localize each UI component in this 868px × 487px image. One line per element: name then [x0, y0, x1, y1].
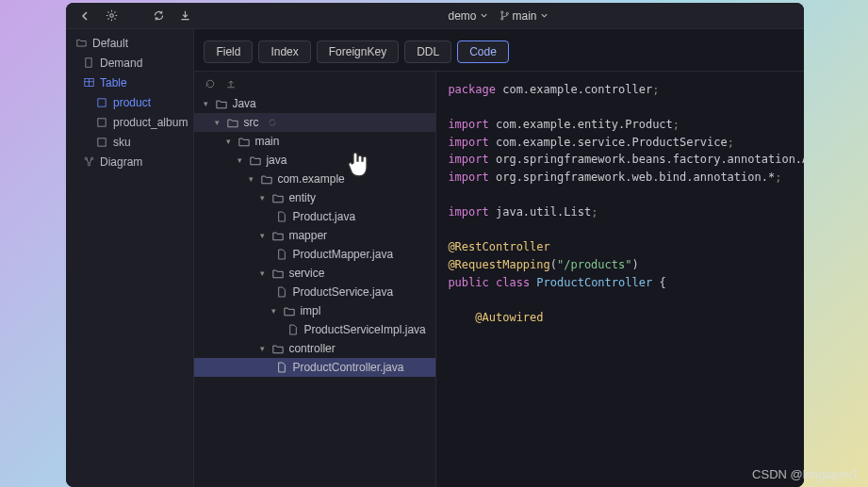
tree-label: ProductController.java	[292, 361, 403, 374]
sync-small-icon[interactable]	[266, 116, 279, 129]
caret-down-icon: ▾	[268, 306, 279, 316]
tab-field[interactable]: Field	[204, 41, 253, 63]
document-icon	[83, 57, 94, 69]
folder-icon	[271, 193, 285, 203]
file-icon	[287, 324, 300, 335]
tree-file-productcontroller[interactable]: ProductController.java	[194, 358, 435, 377]
svg-point-2	[500, 18, 502, 20]
folder-icon	[75, 38, 87, 49]
svg-point-1	[500, 11, 502, 13]
download-button[interactable]	[175, 7, 194, 25]
table-item-icon	[96, 117, 107, 128]
tab-ddl[interactable]: DDL	[404, 41, 451, 63]
sidebar-item-product-album[interactable]: product_album	[66, 112, 193, 132]
folder-icon	[260, 174, 273, 185]
chevron-down-icon	[540, 11, 549, 20]
caret-down-icon: ▾	[256, 193, 268, 203]
chevron-down-icon	[480, 11, 488, 20]
tree-label: src	[243, 116, 258, 129]
folder-icon	[215, 99, 228, 109]
tree-node-controller[interactable]: ▾ controller	[194, 339, 435, 358]
refresh-icon[interactable]	[204, 77, 217, 90]
sidebar-item-demand[interactable]: Demand	[66, 53, 193, 73]
diagram-icon	[83, 156, 94, 168]
tree-file-productserviceimpl[interactable]: ProductServiceImpl.java	[194, 320, 435, 339]
project-name: demo	[448, 9, 476, 23]
code-editor[interactable]: package com.example.controller; import c…	[436, 72, 804, 487]
tree-label: main	[254, 135, 279, 148]
sidebar-label: Table	[100, 76, 127, 89]
tree-label: ProductMapper.java	[292, 248, 393, 261]
sidebar-label: sku	[113, 136, 131, 149]
branch-selector[interactable]: main	[500, 9, 549, 23]
folder-icon	[271, 344, 285, 354]
tree-toolbar	[194, 75, 435, 94]
tree-label: Product.java	[292, 210, 355, 223]
tree-file-product[interactable]: Product.java	[194, 207, 435, 226]
tree-file-productmapper[interactable]: ProductMapper.java	[194, 245, 435, 264]
tree-label: ProductService.java	[292, 285, 393, 299]
file-icon	[275, 249, 288, 260]
sidebar-label: product_album	[113, 116, 188, 129]
tree-label: java	[266, 154, 287, 167]
file-icon	[275, 362, 288, 373]
tree-label: service	[288, 267, 324, 280]
back-button[interactable]	[75, 7, 94, 25]
svg-rect-6	[98, 98, 106, 106]
app-window: demo main Default Demand Table	[66, 3, 804, 487]
caret-down-icon: ▾	[234, 155, 245, 165]
tree-node-src[interactable]: ▾ src	[194, 113, 435, 132]
tree-label: ProductServiceImpl.java	[303, 323, 425, 336]
branch-icon	[500, 10, 510, 21]
sidebar-item-sku[interactable]: sku	[66, 132, 193, 152]
folder-icon	[237, 137, 251, 147]
tree-label: entity	[288, 191, 316, 204]
folder-icon	[271, 231, 285, 241]
tab-foreignkey[interactable]: ForeignKey	[317, 41, 399, 63]
file-icon	[275, 211, 288, 222]
tree-node-service[interactable]: ▾ service	[194, 264, 435, 283]
tree-node-entity[interactable]: ▾ entity	[194, 188, 435, 207]
branch-name: main	[513, 9, 537, 23]
sidebar-label: product	[113, 96, 151, 109]
caret-down-icon: ▾	[200, 99, 211, 108]
sidebar-item-table[interactable]: Table	[66, 73, 193, 92]
file-icon	[275, 286, 288, 298]
tree-node-mapper[interactable]: ▾ mapper	[194, 226, 435, 245]
tree-node-impl[interactable]: ▾ impl	[194, 301, 435, 320]
sync-button[interactable]	[149, 7, 168, 25]
tree-node-main[interactable]: ▾ main	[194, 132, 435, 151]
caret-down-icon: ▾	[245, 174, 256, 184]
sidebar: Default Demand Table product product_alb…	[66, 29, 194, 487]
svg-rect-4	[86, 58, 91, 67]
watermark: CSDN @kingapex1	[752, 467, 859, 481]
tree-node-java2[interactable]: ▾ java	[194, 151, 435, 170]
caret-down-icon: ▾	[256, 268, 268, 278]
folder-icon	[283, 306, 296, 317]
folder-icon	[226, 118, 239, 128]
caret-down-icon: ▾	[256, 231, 268, 240]
svg-point-0	[109, 14, 113, 18]
caret-down-icon: ▾	[256, 344, 268, 353]
sidebar-item-default[interactable]: Default	[66, 33, 193, 53]
sidebar-item-product[interactable]: product	[66, 92, 193, 112]
sidebar-item-diagram[interactable]: Diagram	[66, 152, 193, 171]
folder-icon	[271, 268, 285, 279]
main-panel: Field Index ForeignKey DDL Code ▾ Java	[194, 29, 804, 487]
tree-file-productservice[interactable]: ProductService.java	[194, 283, 435, 301]
sidebar-label: Default	[92, 37, 128, 50]
folder-icon	[249, 155, 262, 166]
titlebar: demo main	[66, 3, 804, 29]
svg-point-11	[88, 163, 90, 165]
tree-label: com.example	[277, 172, 344, 186]
upload-icon[interactable]	[224, 77, 237, 90]
tab-code[interactable]: Code	[457, 41, 509, 63]
table-icon	[83, 77, 94, 89]
tab-index[interactable]: Index	[258, 41, 310, 63]
sidebar-label: Demand	[100, 57, 142, 70]
project-selector[interactable]: demo	[448, 9, 487, 23]
tree-node-comexample[interactable]: ▾ com.example	[194, 170, 435, 188]
settings-button[interactable]	[102, 7, 121, 25]
tree-node-java[interactable]: ▾ Java	[194, 94, 435, 113]
caret-down-icon: ▾	[211, 118, 222, 127]
